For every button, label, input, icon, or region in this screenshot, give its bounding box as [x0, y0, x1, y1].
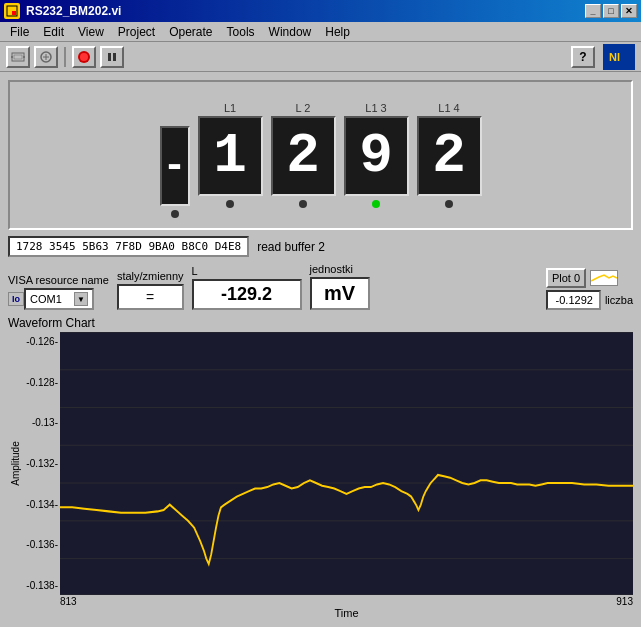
menu-bar: File Edit View Project Operate Tools Win… — [0, 22, 641, 42]
jednostki-value: mV — [310, 277, 370, 310]
svg-text:NI: NI — [609, 51, 620, 63]
visa-com-value: COM1 — [30, 293, 62, 305]
svg-rect-1 — [8, 7, 12, 11]
jednostki-label: jednostki — [310, 263, 370, 275]
digit1-group: L1 1 — [198, 102, 263, 208]
read-buffer-label: read buffer 2 — [257, 240, 325, 254]
digit2-display: 2 — [271, 116, 336, 196]
toolbar-btn-2[interactable] — [34, 46, 58, 68]
x-axis-start: 813 — [60, 596, 77, 607]
x-axis-title: Time — [334, 607, 358, 619]
y-tick-2: -0.128- — [24, 377, 58, 388]
window-icon — [4, 3, 20, 19]
visa-group: VISA resource name Io COM1 ▼ — [8, 274, 109, 310]
close-button[interactable]: ✕ — [621, 4, 637, 18]
digit2-group: L 2 2 — [271, 102, 336, 208]
menu-edit[interactable]: Edit — [37, 23, 70, 41]
l-group: L -129.2 — [192, 265, 302, 310]
hex-buffer-display: 1728 3545 5B63 7F8D 9BA0 B8C0 D4E8 — [8, 236, 249, 257]
toolbar-separator-1 — [64, 47, 66, 67]
chart-title: Waveform Chart — [8, 316, 633, 330]
y-tick-6: -0.136- — [24, 539, 58, 550]
dot-3 — [299, 200, 307, 208]
svg-rect-13 — [113, 53, 116, 61]
chart-inner — [60, 332, 633, 595]
y-tick-4: -0.132- — [24, 458, 58, 469]
visa-dropdown-arrow[interactable]: ▼ — [74, 292, 88, 306]
svg-rect-16 — [60, 332, 633, 595]
staly-label: staly/zmienny — [117, 270, 184, 282]
maximize-button[interactable]: □ — [603, 4, 619, 18]
toolbar: ? NI — [0, 42, 641, 72]
menu-project[interactable]: Project — [112, 23, 161, 41]
menu-help[interactable]: Help — [319, 23, 356, 41]
visa-icon: Io — [8, 292, 24, 306]
digit4-group: L1 4 2 — [417, 102, 482, 208]
svg-point-11 — [80, 53, 88, 61]
menu-tools[interactable]: Tools — [221, 23, 261, 41]
minimize-button[interactable]: _ — [585, 4, 601, 18]
toolbar-run-button[interactable] — [72, 46, 96, 68]
dot-4 — [372, 200, 380, 208]
menu-view[interactable]: View — [72, 23, 110, 41]
chart-section: Waveform Chart Amplitude -0.126- -0.128-… — [8, 316, 633, 619]
y-tick-5: -0.134- — [24, 499, 58, 510]
chart-svg — [60, 332, 633, 595]
dot-1 — [171, 210, 179, 218]
liczba-label: liczba — [605, 294, 633, 306]
plot-button[interactable]: Plot 0 — [546, 268, 586, 288]
l-value-display: -129.2 — [192, 279, 302, 310]
digit3-display: 9 — [344, 116, 409, 196]
dot-2 — [226, 200, 234, 208]
staly-value: = — [117, 284, 184, 310]
plot-label-row: Plot 0 — [546, 268, 633, 288]
digit1-display: 1 — [198, 116, 263, 196]
y-axis-title: Amplitude — [10, 441, 21, 485]
digit-minus-group: - — [160, 92, 190, 218]
svg-rect-12 — [108, 53, 111, 61]
status-row: 1728 3545 5B63 7F8D 9BA0 B8C0 D4E8 read … — [8, 236, 633, 257]
plot-value-display: -0.1292 — [546, 290, 601, 310]
plot-icon — [590, 270, 618, 286]
plot-group: Plot 0 -0.1292 liczba — [546, 268, 633, 310]
menu-file[interactable]: File — [4, 23, 35, 41]
y-tick-3: -0.13- — [24, 417, 58, 428]
digit-minus: - — [160, 126, 190, 206]
digit3-label: L1 3 — [365, 102, 386, 114]
display-panel: - L1 1 L 2 2 L1 3 9 L1 4 2 — [8, 80, 633, 230]
digit4-display: 2 — [417, 116, 482, 196]
svg-rect-4 — [14, 55, 22, 59]
x-axis-end: 913 — [616, 596, 633, 607]
window-controls: _ □ ✕ — [585, 4, 637, 18]
plot-label: Plot 0 — [552, 272, 580, 284]
menu-window[interactable]: Window — [263, 23, 318, 41]
toolbar-logo: NI — [603, 44, 635, 70]
y-ticks: -0.126- -0.128- -0.13- -0.132- -0.134- -… — [22, 332, 60, 595]
digit3-group: L1 3 9 — [344, 102, 409, 208]
digit1-label: L1 — [224, 102, 236, 114]
controls-row: VISA resource name Io COM1 ▼ staly/zmien… — [8, 263, 633, 310]
main-content: - L1 1 L 2 2 L1 3 9 L1 4 2 1728 3545 5B6… — [0, 72, 641, 627]
digit4-label: L1 4 — [438, 102, 459, 114]
jednostki-group: jednostki mV — [310, 263, 370, 310]
svg-rect-2 — [12, 11, 16, 15]
staly-group: staly/zmienny = — [117, 270, 184, 310]
visa-select[interactable]: Io COM1 ▼ — [8, 288, 109, 310]
visa-value[interactable]: COM1 ▼ — [24, 288, 94, 310]
y-tick-1: -0.126- — [24, 336, 58, 347]
toolbar-help-button[interactable]: ? — [571, 46, 595, 68]
window-title: RS232_BM202.vi — [26, 4, 121, 18]
title-bar: RS232_BM202.vi _ □ ✕ — [0, 0, 641, 22]
y-tick-7: -0.138- — [24, 580, 58, 591]
menu-operate[interactable]: Operate — [163, 23, 218, 41]
toolbar-pause-button[interactable] — [100, 46, 124, 68]
l-label: L — [192, 265, 302, 277]
digit2-label: L 2 — [296, 102, 311, 114]
toolbar-btn-1[interactable] — [6, 46, 30, 68]
visa-label: VISA resource name — [8, 274, 109, 286]
dot-5 — [445, 200, 453, 208]
